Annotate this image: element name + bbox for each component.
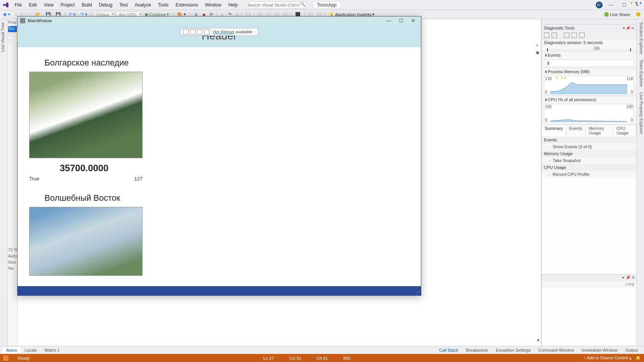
diag-zoomin-icon[interactable] xyxy=(564,33,569,38)
right-tab-live-property[interactable]: Live Property Explorer xyxy=(637,92,644,134)
leftpanel-icon-a[interactable]: ⬚ xyxy=(8,32,17,38)
snapshot-marker-icon: ▼ xyxy=(634,1,638,5)
tour1-count: 127 xyxy=(134,176,143,182)
left-tab-live-visual-tree[interactable]: Live Visual Tree xyxy=(0,22,7,52)
avatar[interactable]: ЕГ xyxy=(596,2,603,8)
liveshare-label: Live Share xyxy=(610,12,630,17)
right-tab-team-explorer[interactable]: Team Explorer xyxy=(637,60,644,87)
hot-icon-4[interactable] xyxy=(204,29,209,34)
btab-exception[interactable]: Exception Settings xyxy=(492,347,534,353)
tour2-image xyxy=(29,207,143,276)
hotreload-link[interactable]: Hot Reload xyxy=(213,29,234,34)
hot-collapse-icon[interactable]: ‹ xyxy=(254,29,255,34)
events-section-header[interactable]: Events xyxy=(542,51,636,59)
status-ln: Ln 27 xyxy=(263,356,274,360)
app-minimize-icon[interactable]: — xyxy=(383,17,394,24)
leftpanel-row2[interactable]: Tou xyxy=(8,26,17,32)
menu-edit[interactable]: Edit xyxy=(26,2,40,8)
lower-dropdown-icon[interactable]: ▾ xyxy=(622,275,624,280)
designer-add-icon[interactable]: ＋ xyxy=(535,42,539,49)
menu-project[interactable]: Project xyxy=(58,2,78,8)
designer-sub-icon[interactable]: ◉ xyxy=(536,50,539,55)
bottom-tool-tabs: Autos Locals Watch 1 Call Stack Breakpoi… xyxy=(0,346,644,354)
cpu-minichart xyxy=(550,108,627,122)
menu-window[interactable]: Window xyxy=(202,2,225,8)
diag-reset-icon[interactable] xyxy=(579,33,585,38)
take-snapshot-link[interactable]: Take Snapshot xyxy=(542,157,636,164)
app-body[interactable]: Болгарское наследие 35700.0000 True 127 … xyxy=(18,47,421,286)
menu-extensions[interactable]: Extensions xyxy=(172,2,201,8)
hot-icon-2[interactable] xyxy=(190,29,196,34)
maximize-icon[interactable]: ☐ xyxy=(619,2,629,8)
memory-section-header[interactable]: Process Memory (MB) ▼ ▼ ● xyxy=(542,68,636,75)
menu-view[interactable]: View xyxy=(41,2,57,8)
leftpanel-zoom: 72 % xyxy=(8,247,17,254)
lower-close-icon[interactable]: ✕ xyxy=(632,275,635,280)
leftpanel-search[interactable]: Sea xyxy=(8,260,17,266)
statusbar: Ready Ln 27 Col 51 Ch 51 INS ↑ Add to So… xyxy=(0,354,644,362)
nav-back-icon[interactable]: ◉ ▾ xyxy=(2,11,12,18)
diag-settings-icon[interactable] xyxy=(544,33,549,38)
app-titlebar[interactable]: MainWindow — ☐ ✕ xyxy=(18,16,421,25)
btab-breakpoints[interactable]: Breakpoints xyxy=(462,347,492,353)
tab-memory[interactable]: Memory Usage xyxy=(586,125,613,136)
panel-pin-icon[interactable]: 📌 xyxy=(626,26,630,30)
menu-analyze[interactable]: Analyze xyxy=(131,2,154,8)
memory-header-text: Process Memory (MB) xyxy=(548,69,590,74)
cpu-chart: 100 0 100 0 xyxy=(544,104,634,123)
gc-tick-2: ▼▼ xyxy=(560,76,567,80)
btab-watch1[interactable]: Watch 1 xyxy=(41,347,64,353)
search-icon[interactable]: 🔍 xyxy=(300,2,306,7)
app-maximize-icon[interactable]: ☐ xyxy=(396,17,406,24)
menu-help[interactable]: Help xyxy=(225,2,241,8)
menu-test[interactable]: Test xyxy=(116,2,131,8)
status-notifications-icon[interactable]: 🔔 xyxy=(636,355,641,360)
hot-icon-3[interactable] xyxy=(197,29,202,34)
btab-locals[interactable]: Locals xyxy=(21,347,41,353)
menu-debug[interactable]: Debug xyxy=(96,2,115,8)
tour2-title: Волшебный Восток xyxy=(44,193,417,203)
record-cpu-link[interactable]: Record CPU Profile xyxy=(542,171,636,178)
menu-build[interactable]: Build xyxy=(79,2,95,8)
menu-tools[interactable]: Tools xyxy=(155,2,172,8)
show-events-link[interactable]: Show Events (0 of 0) xyxy=(542,143,636,150)
panel-close-icon[interactable]: ✕ xyxy=(631,26,634,30)
status-icon xyxy=(3,355,8,361)
search-input[interactable] xyxy=(245,2,307,8)
menu-file[interactable]: File xyxy=(12,2,25,8)
xaml-hotreload-toolbar: Hot Reload available ‹ xyxy=(181,28,258,36)
btab-callstack[interactable]: Call Stack xyxy=(435,347,462,353)
diag-select-tools-icon[interactable] xyxy=(552,33,557,38)
scroll-down-icon[interactable]: ▾ xyxy=(537,337,539,343)
feedback-icon[interactable]: 😊 xyxy=(634,11,642,18)
hot-icon-1[interactable] xyxy=(183,29,189,34)
lang-indicator: Lang xyxy=(542,281,636,288)
right-tab-solution-explorer[interactable]: Solution Explorer xyxy=(637,22,644,54)
tab-summary[interactable]: Summary xyxy=(542,125,566,136)
btab-immediate[interactable]: Immediate Window xyxy=(578,347,621,353)
tab-cpu[interactable]: CPU Usage xyxy=(613,125,636,136)
tab-events[interactable]: Events xyxy=(566,125,586,136)
lower-pin-icon[interactable]: 📌 xyxy=(626,275,630,280)
search-box[interactable]: 🔍 xyxy=(245,1,307,8)
summary-events-header: Events xyxy=(542,136,636,143)
btab-output[interactable]: Output xyxy=(621,347,642,353)
app-close-icon[interactable]: ✕ xyxy=(408,17,419,24)
resize-grip-icon[interactable]: ⋰ xyxy=(416,290,420,295)
panel-dropdown-icon[interactable]: ▾ xyxy=(623,26,625,30)
events-pause-icon[interactable]: ⏸ xyxy=(546,61,550,66)
leftpanel-icon-b[interactable]: ⬚ xyxy=(8,38,17,44)
tour1-title: Болгарское наследие xyxy=(44,58,417,68)
minimize-icon[interactable]: — xyxy=(606,2,616,8)
btab-command[interactable]: Command Window xyxy=(535,347,578,353)
leftpanel-name: Na xyxy=(8,266,17,272)
btab-autos[interactable]: Autos xyxy=(2,347,21,353)
diag-title-text: Diagnostic Tools xyxy=(544,26,575,30)
diag-zoomout-icon[interactable] xyxy=(572,33,577,38)
liveshare-button[interactable]: 🟢 Live Share xyxy=(602,11,632,18)
cpu-low-r: 0 xyxy=(631,118,633,122)
cpu-low-l: 0 xyxy=(545,118,547,122)
status-source-control[interactable]: ↑ Add to Source Control ▴ xyxy=(584,355,632,360)
cpu-section-header[interactable]: CPU (% of all processors) xyxy=(542,96,636,103)
diag-toolbar xyxy=(542,31,636,39)
